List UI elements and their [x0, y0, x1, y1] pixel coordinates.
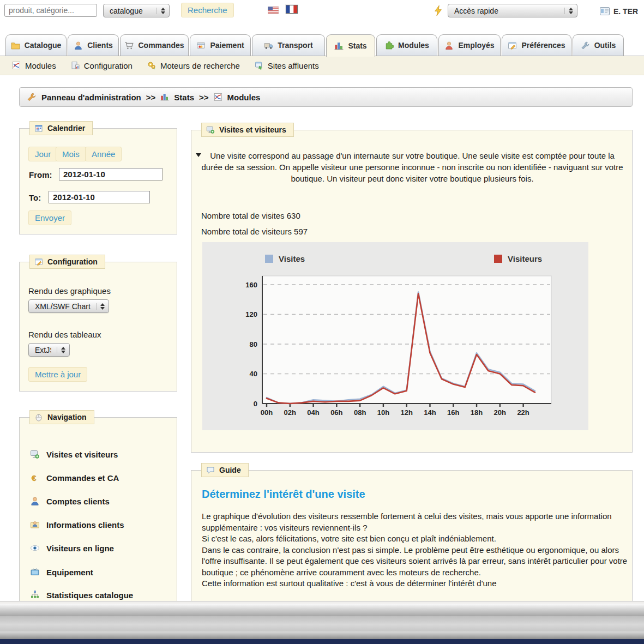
nav-item-informations-clients[interactable]: Informations clients [30, 520, 124, 529]
calendar-icon [34, 124, 43, 133]
graph-render-select[interactable]: XML/SWF Charts [28, 299, 109, 313]
svg-text:40: 40 [250, 370, 257, 378]
guide-paragraph: Dans le cas contraire, la conclusion n'e… [202, 545, 628, 579]
svg-text:20h: 20h [494, 408, 506, 417]
tab-paiement[interactable]: Paiement [190, 34, 251, 56]
graph-render-value: XML/SWF Charts [35, 302, 91, 311]
nav-item-statistiques-catalogue[interactable]: Statistiques catalogue [30, 590, 133, 600]
from-date-input[interactable] [59, 168, 162, 180]
calendar-submit-button[interactable]: Envoyer [28, 210, 71, 225]
svg-text:22h: 22h [517, 408, 529, 417]
flag-fr-icon[interactable] [286, 5, 298, 14]
nav-item-equipement[interactable]: Equipement [30, 567, 93, 577]
tab-transport[interactable]: Transport [252, 34, 325, 56]
tab-commandes[interactable]: Commandes [120, 34, 189, 56]
breadcrumb-root[interactable]: Panneau d'administration [41, 93, 141, 102]
window-arrow-icon [255, 61, 263, 70]
navigation-panel-title: Navigation [47, 413, 87, 422]
svg-text:€: € [32, 473, 37, 483]
nav-item-visites-et-visiteurs[interactable]: Visites et visiteurs [30, 449, 118, 459]
nav-item-label: Comptes clients [46, 497, 110, 506]
nav-item-label: Equipement [46, 568, 93, 577]
config-chart-icon [71, 61, 80, 70]
breadcrumb-page[interactable]: Modules [227, 93, 261, 102]
window-pencil-icon [508, 41, 517, 50]
submenu-moteurs-de-recherche[interactable]: Moteurs de recherche [147, 61, 240, 70]
configuration-panel: Configuration Rendu des graphiques XML/S… [19, 262, 177, 392]
monitor-user-icon [30, 449, 40, 459]
legend-visites: Visites [265, 254, 305, 263]
nav-item-visiteurs-en-ligne[interactable]: Visiteurs en ligne [30, 543, 114, 553]
client-person-icon [30, 496, 40, 506]
visits-panel-title: Visites et visiteurs [219, 125, 286, 134]
calendar-year-button[interactable]: Année [85, 147, 122, 161]
to-date-input[interactable] [49, 191, 150, 203]
svg-text:12h: 12h [400, 408, 412, 417]
svg-text:80: 80 [250, 340, 257, 348]
guide-paragraph: Si c'est le cas, alors félicitations, vo… [202, 533, 628, 545]
svg-text:18h: 18h [471, 408, 483, 417]
employee-card-icon [600, 7, 610, 15]
submenu-label: Sites affluents [268, 61, 319, 70]
table-render-value: ExtJS [35, 346, 51, 354]
submenu-sites-affluents[interactable]: Sites affluents [255, 61, 319, 70]
monitor-user-icon [206, 125, 215, 134]
select-arrows-icon [157, 8, 165, 14]
tree-squares-icon [30, 590, 40, 600]
svg-text:14h: 14h [424, 408, 436, 417]
total-visits: Nombre total de visites 630 [201, 211, 300, 220]
nav-item-label: Commandes et CA [46, 473, 119, 483]
tab-label: Catalogue [25, 41, 62, 50]
svg-text:120: 120 [245, 310, 257, 318]
guide-paragraph: Le graphique d'évolution des visiteurs r… [202, 511, 628, 533]
legend-visiteurs: Visiteurs [494, 254, 542, 263]
flag-us-icon[interactable] [268, 7, 279, 14]
search-input[interactable] [4, 4, 97, 17]
submenu-configuration[interactable]: Configuration [71, 61, 133, 70]
visites-swatch [265, 255, 273, 263]
speech-bubble-icon [206, 466, 215, 474]
nav-item-comptes-clients[interactable]: Comptes clients [30, 496, 110, 506]
taskbar-band [0, 631, 644, 639]
tab-label: Modules [398, 41, 429, 50]
window-chrome-band [0, 604, 644, 616]
tab-employes[interactable]: Employés [438, 34, 501, 56]
svg-text:04h: 04h [307, 408, 319, 417]
desktop-edge-band [0, 639, 644, 644]
tab-stats[interactable]: Stats [326, 34, 375, 57]
svg-text:160: 160 [245, 281, 257, 289]
tab-catalogue[interactable]: Catalogue [5, 34, 67, 56]
quick-access-select[interactable]: Accès rapide [448, 4, 577, 17]
table-render-label: Rendu des tableaux [28, 330, 101, 339]
tab-preferences[interactable]: Préférences [502, 34, 571, 56]
user-name[interactable]: E. TER [613, 7, 638, 16]
nav-item-commandes-et-ca[interactable]: € Commandes et CA [30, 473, 119, 483]
table-render-select[interactable]: ExtJS [28, 343, 70, 357]
calendar-day-button[interactable]: Jour [28, 147, 57, 161]
prestashop-admin-page: catalogue Recherche Accès rapide E. TER … [0, 0, 644, 644]
tab-label: Commandes [138, 41, 184, 50]
guide-panel-title: Guide [219, 466, 241, 474]
tab-modules[interactable]: Modules [376, 34, 437, 56]
breadcrumb-section[interactable]: Stats [174, 93, 194, 102]
guide-text: Le graphique d'évolution des visiteurs r… [202, 511, 628, 589]
search-category-select[interactable]: catalogue [103, 4, 170, 17]
nav-item-label: Statistiques catalogue [46, 591, 133, 600]
legend-visites-label: Visites [279, 254, 305, 263]
wrench-orange-icon [27, 92, 37, 102]
truck-icon [264, 41, 273, 50]
svg-text:16h: 16h [447, 408, 459, 417]
svg-text:0: 0 [254, 400, 257, 408]
calendar-month-button[interactable]: Mois [56, 147, 86, 161]
search-button[interactable]: Recherche [181, 3, 234, 17]
update-button[interactable]: Mettre à jour [28, 367, 87, 382]
stats-submenu: Modules Configuration Moteurs de recherc… [0, 56, 644, 75]
navigation-panel: Navigation Visites et visiteurs € Comman… [19, 417, 177, 609]
tab-label: Employés [458, 41, 494, 50]
tab-clients[interactable]: Clients [68, 34, 119, 56]
submenu-modules[interactable]: Modules [12, 61, 56, 70]
guide-panel-header: Guide [201, 463, 249, 477]
collapse-arrow-icon[interactable] [196, 153, 201, 157]
guide-heading: Déterminez l'intérêt d'une visite [202, 488, 365, 501]
tab-outils[interactable]: Outils [573, 34, 624, 56]
